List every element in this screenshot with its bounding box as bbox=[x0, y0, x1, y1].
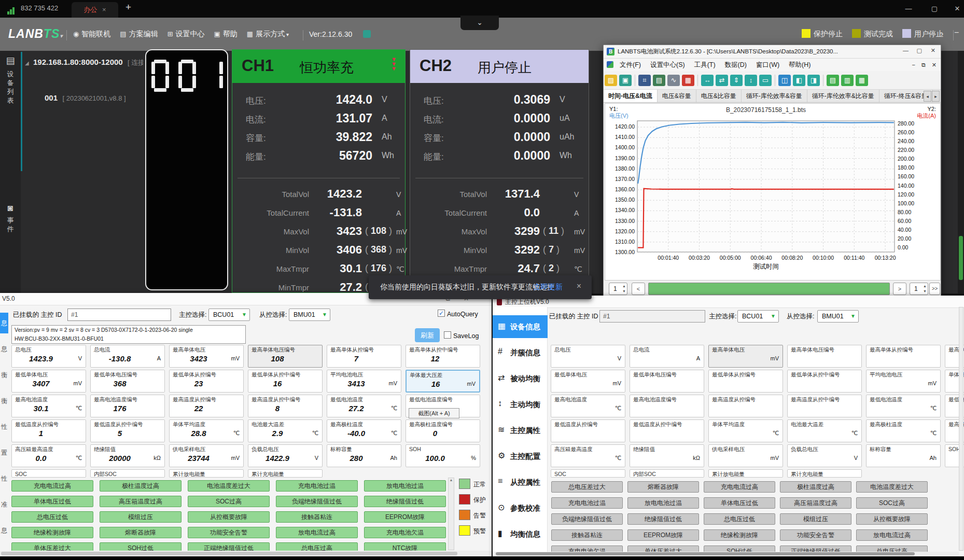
status-flag-绝缘检测故障[interactable]: 绝缘检测故障 bbox=[11, 527, 93, 538]
window-maximize-button[interactable]: ▢ bbox=[924, 1, 945, 17]
y-fit-icon[interactable]: ⇕ bbox=[730, 75, 743, 86]
chart-window-titlebar[interactable]: B LANBTS电池测试系统2.12.6.30 - [C:\Users\LANB… bbox=[604, 45, 941, 59]
data-card-最低温度从控编号[interactable]: 最低温度从控编号1 bbox=[11, 419, 86, 442]
br-slave-select[interactable]: BMU01▼ bbox=[817, 310, 859, 323]
tree-node-device[interactable]: 001 [ 20230621001,v8.8 ] bbox=[45, 93, 143, 103]
data-card-SOC[interactable]: SOC bbox=[551, 469, 625, 478]
data-card-电池最大温差[interactable]: 电池最大温差℃ bbox=[787, 419, 862, 442]
chart-tab-循环-库伦效率&比容量[interactable]: 循环-库伦效率&比容量 bbox=[807, 90, 879, 102]
status-flag-负端绝缘阻值过低[interactable]: 负端绝缘阻值过低 bbox=[276, 496, 358, 507]
channel-card-ch1[interactable]: CH1恒功率充▼▼▼电压:1424.0V电流:131.07A容量:39.822A… bbox=[232, 49, 406, 293]
data-card-最高电池温度编号[interactable]: 最高电池温度编号 bbox=[630, 395, 704, 417]
status-flag-单体电压过低[interactable]: 单体电压过低 bbox=[11, 496, 93, 507]
toast-update-link[interactable]: 立即更新 bbox=[534, 283, 563, 292]
data-card-最高单体电压编号[interactable]: 最高单体电压编号108 bbox=[248, 345, 323, 368]
workspace-scrollbar[interactable] bbox=[958, 51, 964, 293]
data-card-最高温度从控中编号[interactable]: 最高温度从控中编号8 bbox=[248, 395, 323, 417]
status-flag-接触器粘连[interactable]: 接触器粘连 bbox=[276, 511, 358, 523]
data-card-最低电池温度[interactable]: 最低电池温度℃ bbox=[866, 395, 941, 417]
table-full-icon[interactable]: ▦ bbox=[856, 75, 868, 86]
status-flag-EEPROM故障[interactable]: EEPROM故障 bbox=[627, 529, 699, 541]
data-card-SOH[interactable]: SOH100.0% bbox=[406, 444, 480, 467]
data-card-最高单体从控编号[interactable]: 最高单体从控编号7 bbox=[327, 345, 401, 368]
sidebar-item-slave-attr[interactable]: ≡从控属性 bbox=[493, 471, 548, 494]
tab-device-list[interactable]: 设备列表 bbox=[0, 69, 21, 105]
status-flag-放电电流过高[interactable]: 放电电流过高 bbox=[856, 529, 928, 541]
workspace-scrollbar-thumb[interactable] bbox=[959, 236, 963, 280]
bl-side-tab-1[interactable]: 息 bbox=[0, 339, 8, 359]
report-icon[interactable]: ▤ bbox=[653, 75, 665, 86]
status-flag-充电电池过温[interactable]: 充电电池过温 bbox=[276, 480, 358, 492]
bl-h-scrollbar-thumb[interactable] bbox=[1, 552, 457, 555]
schedule-icon[interactable]: ▦ bbox=[682, 75, 694, 86]
status-flag-总电压过低[interactable]: 总电压过低 bbox=[11, 511, 93, 523]
status-flag-充电电流过高[interactable]: 充电电流过高 bbox=[704, 481, 775, 493]
bl-autoquery-checkbox[interactable]: ✓ bbox=[438, 310, 445, 317]
chart-tab-时间-电压&电流[interactable]: 时间-电压&电流 bbox=[604, 90, 658, 102]
data-card-最低单体从控编号[interactable]: 最低单体从控编号23 bbox=[169, 370, 244, 393]
data-card-总电压[interactable]: 总电压1423.9V bbox=[11, 345, 86, 368]
data-card-最高温度从控编号[interactable]: 最高温度从控编号 bbox=[708, 395, 783, 417]
data-card-负载总电压[interactable]: 负载总电压1422.9V bbox=[248, 444, 323, 467]
status-flag-总电压差过大[interactable]: 总电压差过大 bbox=[551, 481, 623, 493]
curve-icon[interactable]: ∿ bbox=[667, 75, 680, 86]
chart-menu-文件(F)[interactable]: 文件(F) bbox=[620, 59, 641, 71]
channel-card-ch2[interactable]: CH2用户停止电压:0.3069V电流:0.0000uA容量:0.0000uAh… bbox=[410, 49, 589, 293]
bl-mounted-input[interactable]: #1 bbox=[67, 309, 171, 321]
data-card-总电流[interactable]: 总电流-130.8A bbox=[90, 345, 165, 368]
page-spinner-right[interactable]: 1▲▼ bbox=[910, 283, 928, 295]
data-card-最低电池温度[interactable]: 最低电池温度27.2℃ bbox=[327, 395, 401, 417]
data-card-最低单体电压[interactable]: 最低单体电压mV bbox=[551, 370, 625, 393]
page-last-button[interactable]: >> bbox=[929, 283, 940, 295]
chart-menu-窗口(W)[interactable]: 窗口(W) bbox=[756, 59, 779, 71]
chart-menu-设置中心(S)[interactable]: 设置中心(S) bbox=[650, 59, 685, 71]
bl-status-scrollbar[interactable]: ▲ bbox=[448, 478, 454, 550]
data-card-平均电池电压[interactable]: 平均电池电压mV bbox=[866, 370, 941, 393]
page-next-button[interactable]: > bbox=[893, 283, 906, 295]
data-card-最高单体从控编号[interactable]: 最高单体从控编号 bbox=[866, 345, 941, 368]
device-export-icon[interactable]: ⌗ bbox=[638, 75, 651, 86]
window-minimize-button[interactable]: — bbox=[898, 1, 919, 17]
menu-item-display-mode[interactable]: ▦展示方式 ▾ bbox=[247, 30, 289, 39]
status-flag-绝缘阻值过低[interactable]: 绝缘阻值过低 bbox=[364, 496, 446, 507]
data-card-平均电池电压[interactable]: 平均电池电压3413mV bbox=[327, 370, 401, 393]
tab-scroll-left[interactable]: ◂ bbox=[924, 91, 931, 102]
new-tab-button[interactable]: + bbox=[125, 2, 131, 13]
status-flag-放电电池过温[interactable]: 放电电池过温 bbox=[364, 480, 446, 492]
menu-item-smart-link[interactable]: ◉智能联机 bbox=[73, 30, 110, 39]
data-card-累计放电能量[interactable]: 累计放电能量 bbox=[708, 469, 783, 478]
data-card-供电采样电压[interactable]: 供电采样电压mV bbox=[708, 444, 783, 467]
bl-side-tab-4[interactable]: 性 bbox=[0, 416, 8, 437]
data-card-内部SOC[interactable]: 内部SOC bbox=[90, 469, 165, 478]
status-flag-放电电池过温[interactable]: 放电电池过温 bbox=[627, 497, 699, 509]
save-icon[interactable]: ▣ bbox=[619, 75, 632, 86]
data-card-最高温度从控中编号[interactable]: 最高温度从控中编号 bbox=[787, 395, 862, 417]
status-flag-绝缘阻值过低[interactable]: 绝缘阻值过低 bbox=[627, 513, 699, 525]
collapse-button[interactable]: ⌄ bbox=[460, 16, 499, 30]
data-card-高压箱最高温度[interactable]: 高压箱最高温度℃ bbox=[551, 444, 625, 467]
status-flag-熔断器故障[interactable]: 熔断器故障 bbox=[627, 481, 699, 493]
status-flag-电池温度差过大[interactable]: 电池温度差过大 bbox=[188, 480, 270, 492]
status-flag-极柱温度过高[interactable]: 极柱温度过高 bbox=[780, 481, 851, 493]
br-h-scrollbar-thumb[interactable] bbox=[496, 552, 915, 555]
data-card-绝缘阻值[interactable]: 绝缘阻值kΩ bbox=[630, 444, 704, 467]
status-flag-高压箱温度过高[interactable]: 高压箱温度过高 bbox=[780, 497, 851, 509]
data-card-最高极柱温度[interactable]: 最高极柱温度-40.0℃ bbox=[327, 419, 401, 442]
data-card-累计充电能量[interactable]: 累计充电能量 bbox=[248, 469, 323, 478]
status-flag-绝缘检测故障[interactable]: 绝缘检测故障 bbox=[704, 529, 775, 541]
bl-side-tab-7[interactable]: 准 bbox=[0, 494, 8, 515]
menu-item-plan-edit[interactable]: ▤方案编辑 bbox=[120, 30, 158, 39]
data-card-最高极柱温度[interactable]: 最高极柱温度℃ bbox=[866, 419, 941, 442]
mdi-control[interactable]: ✕ bbox=[932, 62, 937, 68]
status-flag-SOC过高[interactable]: SOC过高 bbox=[856, 497, 928, 509]
status-flag-从控概要故障[interactable]: 从控概要故障 bbox=[856, 513, 928, 525]
page-prev-button[interactable]: < bbox=[632, 283, 645, 295]
data-card-最低单体电压编号[interactable]: 最低单体电压编号 bbox=[630, 370, 704, 393]
view-right-icon[interactable]: ◨ bbox=[807, 75, 820, 86]
data-card-最高电池温度[interactable]: 最高电池温度30.1℃ bbox=[11, 395, 86, 417]
status-flag-熔断器故障[interactable]: 熔断器故障 bbox=[100, 527, 181, 538]
data-card-总电流[interactable]: 总电流A bbox=[630, 345, 704, 368]
sidebar-item-passive-balance[interactable]: ⇄被动均衡 bbox=[493, 367, 548, 390]
data-card-最低温度从控编号[interactable]: 最低温度从控编号 bbox=[551, 419, 625, 442]
data-card-最低单体从控中编号[interactable]: 最低单体从控中编号 bbox=[787, 370, 862, 393]
